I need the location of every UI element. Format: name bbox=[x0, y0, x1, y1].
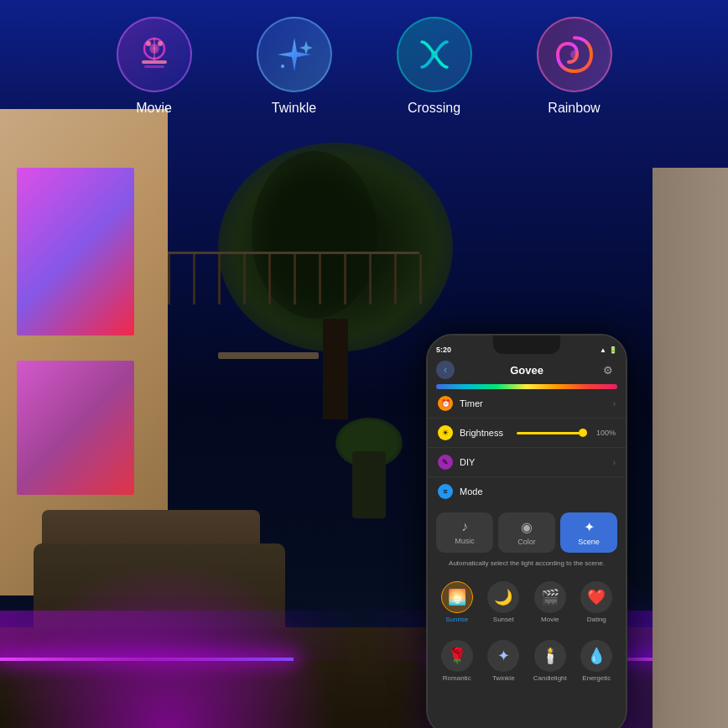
top-icons-area: Movie Twinkle bbox=[0, 0, 728, 133]
scene-tab-icon: ✦ bbox=[584, 519, 595, 535]
brightness-value: 100% bbox=[596, 429, 616, 437]
scene-sunset[interactable]: 🌙 Sunset bbox=[481, 576, 527, 628]
pergola-beam-2 bbox=[193, 254, 195, 304]
rainbow-icon-circle[interactable] bbox=[537, 17, 612, 92]
mode-label: Mode bbox=[460, 486, 483, 497]
diy-label: DIY bbox=[460, 457, 475, 467]
scene-grid-row1: 🌅 Sunrise 🌙 Sunset 🎬 Movie bbox=[428, 573, 626, 632]
scene-romantic[interactable]: 🌹 Romantic bbox=[434, 635, 480, 687]
timer-emoji: ⏰ bbox=[441, 399, 450, 408]
mode-icon: ≡ bbox=[438, 484, 453, 499]
scene-movie[interactable]: 🎬 Movie bbox=[528, 576, 573, 628]
romantic-icon-bg: 🌹 bbox=[441, 640, 473, 672]
mode-tabs: ♪ Music ◉ Color ✦ Scene bbox=[428, 506, 626, 559]
brightness-slider[interactable] bbox=[517, 432, 586, 434]
crossing-icon bbox=[413, 34, 455, 75]
ground-glow-purple bbox=[0, 560, 335, 728]
brightness-slider-container[interactable]: 100% bbox=[510, 429, 616, 437]
brightness-thumb bbox=[579, 429, 587, 437]
color-tab-label: Color bbox=[517, 538, 536, 546]
svg-point-5 bbox=[158, 41, 163, 46]
mode-menu-item[interactable]: ≡ Mode bbox=[428, 477, 626, 506]
back-button[interactable]: ‹ bbox=[436, 361, 455, 379]
status-icons: ▲ 🔋 bbox=[600, 346, 617, 354]
pergola-beam-10 bbox=[394, 254, 397, 304]
music-tab-label: Music bbox=[455, 537, 475, 545]
scene-description: Automatically select the light according… bbox=[428, 559, 626, 573]
icon-item-rainbow[interactable]: Rainbow bbox=[537, 17, 612, 116]
scene-tab-label: Scene bbox=[578, 538, 600, 546]
scene-movie-label: Movie bbox=[541, 616, 559, 623]
twinkle-scene-label: Twinkle bbox=[492, 674, 515, 682]
candlelight-icon: 🕯️ bbox=[541, 647, 559, 665]
phone-app-header: ‹ Govee ⚙ bbox=[428, 359, 626, 384]
scene-twinkle[interactable]: ✦ Twinkle bbox=[481, 635, 527, 687]
pergola bbox=[168, 252, 419, 302]
diy-menu-item[interactable]: ✎ DIY › bbox=[428, 448, 626, 477]
romantic-label: Romantic bbox=[443, 674, 471, 682]
timer-chevron: › bbox=[613, 399, 616, 408]
sunrise-icon: 🌅 bbox=[448, 588, 466, 606]
icon-item-crossing[interactable]: Crossing bbox=[397, 17, 472, 116]
pergola-beam-11 bbox=[419, 254, 422, 304]
romantic-icon: 🌹 bbox=[448, 647, 466, 665]
svg-marker-8 bbox=[299, 41, 313, 55]
energetic-icon: 💧 bbox=[587, 647, 606, 665]
tab-color[interactable]: ◉ Color bbox=[498, 512, 555, 553]
tab-scene[interactable]: ✦ Scene bbox=[560, 512, 617, 553]
sunrise-label: Sunrise bbox=[445, 616, 468, 623]
timer-icon: ⏰ bbox=[438, 396, 453, 411]
phone-container: 5:20 ▲ 🔋 ‹ Govee ⚙ bbox=[426, 334, 627, 728]
candlelight-label: Candlelight bbox=[533, 674, 567, 682]
svg-point-10 bbox=[431, 51, 438, 58]
dating-label: Dating bbox=[587, 616, 606, 623]
scene-dating[interactable]: ❤️ Dating bbox=[575, 576, 620, 628]
crossing-icon-circle[interactable] bbox=[397, 17, 472, 92]
pergola-beam-8 bbox=[344, 254, 346, 304]
sunrise-icon-bg: 🌅 bbox=[441, 581, 473, 613]
dating-icon: ❤️ bbox=[587, 588, 606, 606]
music-tab-icon: ♪ bbox=[461, 519, 468, 534]
icon-item-twinkle[interactable]: Twinkle bbox=[257, 17, 332, 116]
timer-menu-item[interactable]: ⏰ Timer › bbox=[428, 389, 626, 419]
scene-energetic[interactable]: 💧 Energetic bbox=[575, 635, 620, 687]
energetic-icon-bg: 💧 bbox=[580, 640, 612, 672]
svg-rect-2 bbox=[142, 60, 167, 64]
back-icon: ‹ bbox=[444, 364, 447, 376]
scene-candlelight[interactable]: 🕯️ Candlelight bbox=[528, 635, 573, 687]
twinkle-icon bbox=[274, 34, 315, 75]
gear-icon: ⚙ bbox=[603, 364, 613, 377]
scene-sunrise[interactable]: 🌅 Sunrise bbox=[434, 576, 480, 628]
twinkle-scene-icon-bg: ✦ bbox=[487, 640, 519, 672]
sunset-icon: 🌙 bbox=[494, 588, 512, 606]
scene-movie-icon: 🎬 bbox=[541, 588, 559, 606]
battery-icon: 🔋 bbox=[609, 346, 617, 354]
diy-icon: ✎ bbox=[438, 455, 453, 470]
brightness-left: ☀ Brightness bbox=[438, 425, 503, 440]
brightness-menu-item[interactable]: ☀ Brightness 100% bbox=[428, 419, 626, 448]
tab-music[interactable]: ♪ Music bbox=[436, 512, 493, 553]
pergola-beam-7 bbox=[319, 254, 321, 304]
rainbow-icon bbox=[554, 34, 595, 75]
table-top bbox=[218, 352, 319, 359]
movie-icon bbox=[133, 34, 175, 75]
sun-icon: ☀ bbox=[442, 429, 449, 437]
twinkle-icon-circle[interactable] bbox=[257, 17, 332, 92]
sunset-label: Sunset bbox=[493, 616, 514, 623]
movie-label: Movie bbox=[136, 101, 172, 116]
phone-notch bbox=[493, 335, 560, 354]
settings-button[interactable]: ⚙ bbox=[599, 361, 617, 379]
house-window-left2 bbox=[17, 361, 134, 495]
pergola-beam-9 bbox=[369, 254, 372, 304]
icon-item-movie[interactable]: Movie bbox=[117, 17, 192, 116]
movie-icon-circle[interactable] bbox=[117, 17, 192, 92]
plant-pot bbox=[352, 451, 386, 518]
app-title: Govee bbox=[510, 364, 543, 377]
status-time: 5:20 bbox=[436, 346, 451, 354]
house-window-left bbox=[17, 168, 134, 335]
pergola-beam-3 bbox=[218, 254, 221, 304]
timer-label: Timer bbox=[460, 398, 483, 408]
signal-icon: ▲ bbox=[600, 346, 606, 354]
pergola-beam-5 bbox=[268, 254, 271, 304]
timer-left: ⏰ Timer bbox=[438, 396, 483, 411]
